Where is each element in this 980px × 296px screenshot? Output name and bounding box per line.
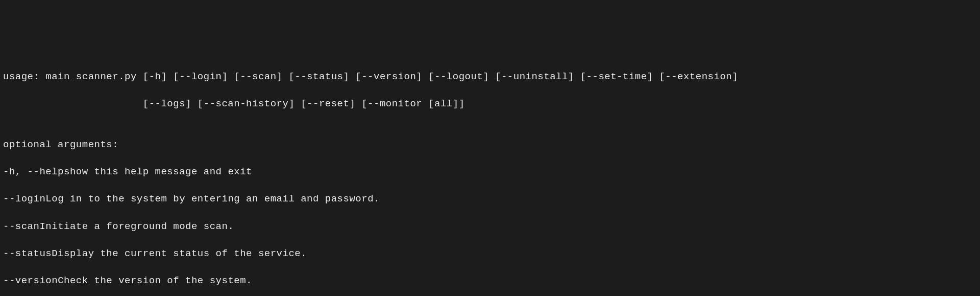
arg-help: -h, --help show this help message and ex… <box>3 165 977 179</box>
blank-line <box>3 125 9 136</box>
arg-version: --version Check the version of the syste… <box>3 274 977 288</box>
arg-desc-status: Display the current status of the servic… <box>52 247 307 261</box>
arg-flag-help: -h, --help <box>3 165 64 179</box>
usage-line-2: [--logs] [--scan-history] [--reset] [--m… <box>3 97 977 111</box>
arg-desc-scan: Initiate a foreground mode scan. <box>39 220 234 234</box>
arg-desc-login: Log in to the system by entering an emai… <box>45 192 380 206</box>
optional-arguments-header: optional arguments: <box>3 138 977 152</box>
arg-flag-status: --status <box>3 247 52 261</box>
arg-flag-version: --version <box>3 274 58 288</box>
usage-line-1: usage: main_scanner.py [-h] [--login] [-… <box>3 70 977 84</box>
arg-desc-version: Check the version of the system. <box>58 274 252 288</box>
arg-flag-scan: --scan <box>3 220 39 234</box>
arg-desc-help: show this help message and exit <box>64 165 252 179</box>
arg-login: --login Log in to the system by entering… <box>3 192 977 206</box>
arg-scan: --scan Initiate a foreground mode scan. <box>3 220 977 234</box>
terminal-output: usage: main_scanner.py [-h] [--login] [-… <box>3 56 977 296</box>
arg-flag-login: --login <box>3 192 45 206</box>
arg-status: --status Display the current status of t… <box>3 247 977 261</box>
